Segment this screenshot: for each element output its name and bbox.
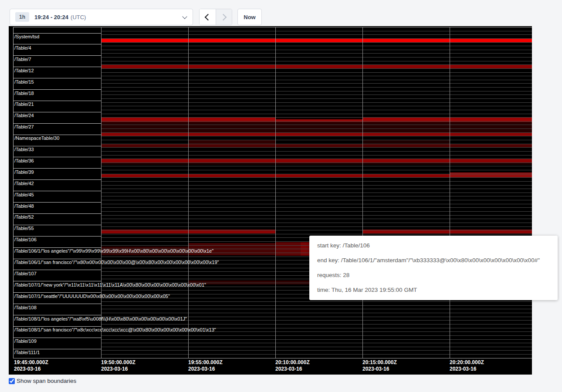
grid-line-horizontal <box>101 174 532 174</box>
x-axis-tick: 19:55:00.000Z2023-03-16 <box>188 359 223 372</box>
row-label: /Table/106/1/"los angeles"/"\x99\x99\x99… <box>14 248 213 253</box>
duration-badge: 1h <box>15 12 29 22</box>
span-boundary-line <box>13 304 101 304</box>
x-axis-tick: 19:45:00.000Z2023-03-16 <box>14 359 48 372</box>
previous-range-button[interactable] <box>200 9 216 25</box>
grid-line-horizontal <box>101 61 532 61</box>
grid-line-horizontal <box>101 155 532 155</box>
grid-line-horizontal <box>101 215 532 216</box>
grid-line-horizontal <box>101 144 532 144</box>
span-boundary-line <box>13 135 101 135</box>
row-label: /Table/108 <box>14 305 37 310</box>
row-label: /Table/27 <box>14 124 34 129</box>
span-boundary-line <box>13 191 101 191</box>
grid-line-horizontal <box>101 147 532 148</box>
row-label: /Table/42 <box>14 181 34 186</box>
row-label: /Table/48 <box>14 203 34 209</box>
grid-line-horizontal <box>101 309 532 309</box>
grid-line-horizontal <box>101 335 532 336</box>
span-boundary-line <box>13 225 101 225</box>
span-boundary-line <box>13 179 101 180</box>
row-label: /Table/108/1/"san francisco"/"\x8c\xcc\x… <box>14 327 216 332</box>
grid-line-horizontal <box>101 313 532 313</box>
tooltip-requests: requests: 28 <box>317 271 550 280</box>
grid-line-horizontal <box>101 350 532 351</box>
grid-line-horizontal <box>101 234 532 234</box>
key-visualizer-page: 1h 19:24 - 20:24 (UTC) Now /System/tsd/T… <box>0 0 562 392</box>
grid-line-horizontal <box>101 53 532 54</box>
x-axis-tick: 20:15:00.000Z2023-03-16 <box>362 359 397 372</box>
grid-line-horizontal <box>101 200 532 200</box>
tooltip-start-key: start key: /Table/106 <box>317 241 550 250</box>
row-label: /Table/18 <box>14 91 34 96</box>
row-label: /Table/4 <box>14 45 31 51</box>
row-label: /Table/106 <box>14 237 37 242</box>
chevron-right-icon <box>220 14 227 20</box>
chevron-down-icon <box>182 14 187 19</box>
grid-line-horizontal <box>101 106 532 106</box>
grid-line-horizontal <box>101 204 532 204</box>
row-label: /Table/24 <box>14 113 34 118</box>
grid-line-horizontal <box>101 343 532 343</box>
grid-line-horizontal <box>101 162 532 163</box>
span-boundary-line <box>13 55 101 56</box>
span-boundary-line <box>13 247 101 248</box>
x-axis-tick: 19:50:00.000Z2023-03-16 <box>101 359 135 372</box>
row-label: /Table/52 <box>14 214 34 220</box>
key-visualizer-canvas[interactable]: /System/tsd/Table/4/Table/7/Table/12/Tab… <box>9 26 532 375</box>
time-range-text: 19:24 - 20:24 <box>34 14 68 20</box>
next-range-button[interactable] <box>216 9 232 25</box>
grid-line-horizontal <box>101 159 532 159</box>
row-label: /Table/7 <box>14 57 31 62</box>
timezone-text: (UTC) <box>71 14 86 20</box>
grid-line-horizontal <box>101 177 532 178</box>
grid-line-horizontal <box>101 98 532 99</box>
row-label: /Table/107/1/"seattle"/"UUUUUUD\x00\x80\… <box>14 294 170 299</box>
grid-line-horizontal <box>101 110 532 110</box>
grid-line-horizontal <box>101 72 532 73</box>
grid-line-horizontal <box>101 185 532 186</box>
grid-line-horizontal <box>101 121 532 122</box>
grid-line-horizontal <box>101 193 532 193</box>
grid-line-horizontal <box>101 76 532 76</box>
span-boundary-line <box>13 202 101 203</box>
span-boundary-line <box>13 168 101 169</box>
time-toolbar: 1h 19:24 - 20:24 (UTC) Now <box>0 0 562 26</box>
span-boundary-line <box>13 44 101 44</box>
chart-footer: Show span boundaries <box>9 378 76 384</box>
x-axis-tick: 20:20:00.000Z2023-03-16 <box>450 359 484 372</box>
row-label: /Table/39 <box>14 169 34 175</box>
row-label: /Table/109 <box>14 338 37 344</box>
grid-line-horizontal <box>101 354 532 355</box>
now-button[interactable]: Now <box>237 9 262 25</box>
tooltip-time: time: Thu, 16 Mar 2023 19:55:00 GMT <box>317 286 550 294</box>
heat-bar <box>101 159 532 162</box>
span-boundary-line <box>13 259 101 259</box>
grid-line-horizontal <box>101 57 532 57</box>
span-boundary-line <box>13 89 101 90</box>
row-label: /Table/55 <box>14 226 34 231</box>
span-boundary-line <box>13 146 101 146</box>
grid-line-horizontal <box>101 125 532 125</box>
span-boundary-line <box>13 123 101 124</box>
grid-line-vertical <box>362 27 363 358</box>
grid-line-horizontal <box>101 132 532 133</box>
span-boundaries-label: Show span boundaries <box>17 378 76 384</box>
span-boundary-line <box>13 326 101 327</box>
grid-line-vertical <box>13 27 14 358</box>
grid-line-horizontal <box>101 38 532 39</box>
time-range-selector[interactable]: 1h 19:24 - 20:24 (UTC) <box>10 9 193 25</box>
grid-line-horizontal <box>101 339 532 340</box>
row-label: /Table/111/1 <box>14 350 40 355</box>
span-boundary-line <box>13 33 101 34</box>
heat-bar <box>101 144 532 147</box>
row-label: /Table/107/1/"new york"/"\x11\x11\x11\x1… <box>14 282 206 287</box>
grid-line-horizontal <box>101 50 532 50</box>
span-boundaries-checkbox[interactable] <box>9 378 15 384</box>
grid-line-horizontal <box>101 87 532 88</box>
chart-top-line <box>13 27 532 27</box>
grid-line-horizontal <box>101 301 532 302</box>
span-tooltip: start key: /Table/106 end key: /Table/10… <box>309 236 558 300</box>
grid-line-horizontal <box>101 102 532 103</box>
chart-bottom-line <box>13 358 532 358</box>
